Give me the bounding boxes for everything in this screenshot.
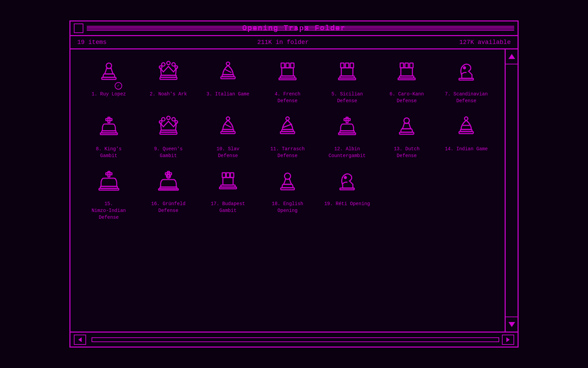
window-title: Opening Traps Folder [242, 24, 346, 33]
svg-point-2 [162, 63, 165, 66]
svg-rect-33 [108, 117, 110, 123]
list-item[interactable]: 17. Budapest Gambit [200, 169, 256, 221]
item-label: 13. Dutch Defense [394, 146, 420, 159]
item-label: 10. Slav Defense [216, 146, 239, 159]
list-item[interactable]: 16. Grünfeld Defense [140, 169, 196, 221]
rook-icon [276, 60, 299, 88]
king-icon [97, 114, 121, 143]
svg-rect-19 [341, 63, 344, 68]
pawn2-icon [395, 114, 419, 143]
svg-point-77 [284, 173, 291, 179]
main-area: ✓ 1. Ruy Lopez [70, 49, 518, 332]
list-item[interactable]: 18. English Opening [259, 169, 315, 221]
list-item[interactable]: 13. Dutch Defense [379, 114, 435, 159]
svg-point-3 [167, 61, 170, 65]
svg-marker-84 [506, 337, 510, 342]
svg-line-10 [225, 69, 231, 73]
scroll-down-button[interactable] [505, 317, 518, 332]
list-item[interactable]: 19. Réti Opening [319, 169, 375, 221]
scroll-track [506, 64, 518, 317]
list-item[interactable]: 9. Queen's Gambit [140, 114, 196, 159]
svg-rect-25 [400, 63, 404, 68]
list-item[interactable]: 4. French Defense [259, 60, 315, 104]
bishop4-icon [454, 114, 478, 143]
svg-rect-14 [286, 63, 289, 68]
svg-point-37 [162, 118, 165, 121]
item-label: 12. Albin Countergambit [329, 146, 366, 159]
list-item[interactable]: 10. Slav Defense [200, 114, 256, 159]
title-bar: Opening Traps Folder [70, 21, 518, 36]
list-item[interactable]: 14. Indian Game [438, 114, 494, 159]
svg-rect-72 [226, 173, 230, 178]
bishop-icon [216, 60, 240, 88]
svg-point-39 [172, 118, 175, 121]
svg-rect-74 [223, 178, 233, 185]
svg-point-56 [404, 118, 409, 123]
list-item[interactable]: 2. Noah's Ark [140, 60, 196, 104]
window-icon-box[interactable] [74, 24, 83, 33]
svg-point-31 [463, 67, 466, 69]
svg-rect-13 [281, 63, 284, 68]
svg-rect-43 [160, 132, 177, 134]
svg-rect-12 [221, 77, 235, 79]
content-area: ✓ 1. Ruy Lopez [70, 49, 505, 332]
list-item[interactable]: 8. King's Gambit [81, 114, 137, 159]
svg-rect-63 [106, 173, 112, 175]
svg-marker-81 [509, 55, 514, 59]
list-item[interactable]: 12. Albin Countergambit [319, 114, 375, 159]
list-item[interactable]: 11. Tarrasch Defense [259, 114, 315, 159]
folder-size: 211K in folder [257, 39, 309, 46]
item-label: 5. Sicilian Defense [331, 91, 363, 104]
king3-icon [97, 169, 121, 198]
list-item[interactable]: 5. Sicilian Defense [319, 60, 375, 104]
svg-rect-21 [350, 63, 354, 68]
svg-rect-16 [282, 68, 293, 76]
svg-rect-53 [344, 119, 350, 121]
svg-rect-1 [102, 77, 116, 79]
svg-rect-80 [340, 188, 354, 190]
item-label: 9. Queen's Gambit [154, 146, 183, 159]
list-item[interactable]: 6. Caro-Kann Defense [379, 60, 435, 104]
svg-rect-28 [401, 68, 412, 76]
svg-rect-24 [339, 78, 356, 80]
scroll-up-button[interactable] [505, 49, 518, 64]
svg-rect-34 [106, 119, 112, 121]
item-label: 14. Indian Game [445, 146, 488, 153]
item-label: 11. Tarrasch Defense [271, 146, 305, 159]
bishop2-icon [216, 114, 240, 143]
list-item[interactable]: 15. Nimzo-Indian Defense [81, 169, 137, 221]
svg-rect-62 [108, 171, 110, 177]
svg-rect-32 [459, 78, 473, 80]
list-item[interactable]: ✓ 1. Ruy Lopez [81, 60, 137, 104]
svg-rect-15 [291, 63, 294, 68]
svg-rect-57 [399, 132, 414, 134]
king2-icon [335, 114, 359, 143]
item-label: 16. Grünfeld Defense [151, 201, 185, 214]
svg-rect-26 [405, 63, 408, 68]
scrollbar [505, 49, 518, 332]
svg-rect-8 [160, 77, 177, 79]
knight2-icon [335, 169, 359, 198]
main-window: Opening Traps Folder 19 items 211K in fo… [69, 20, 519, 348]
horizontal-scroll-track[interactable] [92, 337, 499, 342]
available-space: 127K available [459, 39, 511, 46]
item-label: 7. Scandinavian Defense [445, 91, 488, 104]
queen-icon [157, 60, 180, 88]
scroll-left-button[interactable] [74, 335, 86, 345]
queen2-icon [157, 114, 180, 143]
status-bar: 19 items 211K in folder 127K available [70, 36, 518, 49]
list-item[interactable]: 7. Scandinavian Defense [438, 60, 494, 104]
scroll-right-button[interactable] [502, 335, 514, 345]
svg-rect-20 [345, 63, 349, 68]
item-label: 6. Caro-Kann Defense [390, 91, 424, 104]
svg-rect-47 [221, 132, 235, 134]
svg-point-0 [106, 63, 112, 68]
svg-rect-30 [398, 78, 415, 80]
list-item[interactable]: 3. Italian Game [200, 60, 256, 104]
svg-rect-22 [341, 68, 353, 76]
svg-marker-83 [78, 337, 82, 342]
svg-rect-71 [222, 173, 226, 178]
svg-rect-76 [219, 187, 236, 189]
svg-rect-61 [459, 132, 473, 134]
item-label: 1. Ruy Lopez [92, 91, 126, 98]
